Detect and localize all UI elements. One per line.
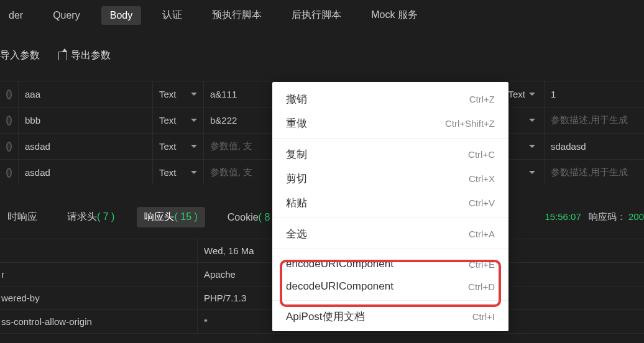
header-value: Apache	[198, 269, 236, 280]
export-icon	[58, 52, 67, 60]
menu-item[interactable]: decodeURIComponentCtrl+D	[272, 275, 508, 301]
type-label: Text	[159, 89, 177, 99]
param-description-placeholder[interactable]: 参数描述,用于生成	[551, 167, 628, 178]
param-description[interactable]: sdadasd	[551, 141, 586, 152]
param-enable-toggle[interactable]	[6, 89, 12, 99]
response-time: 15:56:07	[545, 211, 581, 223]
tab-body[interactable]: Body	[101, 6, 141, 25]
export-params-button[interactable]: 导出参数	[58, 49, 111, 62]
menu-item[interactable]: 剪切Ctrl+X	[272, 167, 508, 191]
param-name[interactable]: asdad	[25, 167, 50, 178]
tab-realtime-response[interactable]: 时响应	[0, 207, 45, 227]
header-value: *	[198, 316, 208, 327]
response-info: 15:56:07 响应码： 200	[545, 211, 644, 223]
menu-item-label: 重做	[286, 116, 307, 130]
chevron-down-icon	[191, 93, 197, 96]
menu-item[interactable]: ApiPost使用文档Ctrl+I	[272, 304, 508, 329]
menu-item-label: 撤销	[286, 92, 307, 106]
menu-item-shortcut: Ctrl+V	[469, 198, 495, 208]
menu-item-shortcut: Ctrl+X	[469, 173, 495, 184]
menu-item[interactable]: 全选Ctrl+A	[272, 222, 508, 249]
header-name: wered-by	[0, 286, 198, 309]
menu-item-label: 粘贴	[286, 196, 307, 210]
menu-item-shortcut: Ctrl+D	[468, 281, 495, 292]
response-code-label: 响应码：	[589, 211, 626, 222]
chevron-down-icon	[529, 93, 535, 96]
header-name	[0, 239, 198, 262]
request-tabs: der Query Body 认证 预执行脚本 后执行脚本 Mock 服务	[0, 0, 644, 30]
import-params-button[interactable]: 导入参数	[0, 49, 40, 62]
menu-item-label: ApiPost使用文档	[286, 309, 365, 324]
menu-item-shortcut: Ctrl+E	[469, 259, 495, 270]
chevron-down-icon	[191, 171, 197, 174]
tab-mock[interactable]: Mock 服务	[362, 5, 426, 25]
tab-post-script[interactable]: 后执行脚本	[283, 5, 350, 25]
param-type-select[interactable]: Text	[153, 107, 204, 133]
response-code: 200	[628, 211, 644, 222]
menu-item-label: 复制	[286, 147, 307, 162]
header-value: Wed, 16 Ma	[198, 245, 254, 256]
header-name: r	[0, 263, 198, 286]
tab-query[interactable]: Query	[44, 6, 89, 25]
param-actions: 导入参数 导出参数	[0, 30, 644, 81]
menu-item[interactable]: 重做Ctrl+Shift+Z	[272, 111, 508, 139]
tab-response-headers[interactable]: 响应头( 15 )	[137, 207, 205, 227]
menu-item-shortcut: Ctrl+Z	[469, 94, 495, 104]
res-headers-count: ( 15 )	[174, 211, 197, 222]
chevron-down-icon	[529, 145, 535, 148]
menu-item-label: 全选	[286, 227, 307, 241]
param-value[interactable]: b&222	[210, 115, 237, 126]
header-value: PHP/7.1.3	[198, 293, 246, 303]
req-headers-label: 请求头	[67, 211, 97, 222]
param-name[interactable]: bbb	[25, 115, 40, 126]
param-description[interactable]: 1	[551, 89, 556, 99]
param-name[interactable]: aaa	[25, 89, 40, 99]
param-enable-toggle[interactable]	[6, 116, 12, 126]
menu-item[interactable]: encodeURIComponentCtrl+E	[272, 253, 508, 275]
menu-item-shortcut: Ctrl+C	[468, 149, 495, 160]
param-value[interactable]: a&111	[210, 89, 237, 99]
menu-item[interactable]: 粘贴Ctrl+V	[272, 191, 508, 218]
tab-header[interactable]: der	[0, 6, 32, 25]
param-enable-toggle[interactable]	[6, 142, 12, 152]
param-name[interactable]: asdad	[25, 141, 50, 152]
context-menu: 撤销Ctrl+Z重做Ctrl+Shift+Z复制Ctrl+C剪切Ctrl+X粘贴…	[272, 82, 508, 331]
export-label: 导出参数	[71, 49, 111, 62]
res-headers-label: 响应头	[144, 211, 174, 222]
param-value-placeholder[interactable]: 参数值, 支	[210, 140, 252, 152]
menu-item[interactable]: 复制Ctrl+C	[272, 142, 508, 167]
menu-item-label: decodeURIComponent	[286, 280, 393, 293]
type-label: Text	[159, 141, 177, 152]
tab-request-headers[interactable]: 请求头( 7 )	[60, 207, 122, 227]
datatype-label: Text	[508, 89, 525, 99]
response-code-wrap: 响应码： 200	[589, 211, 644, 223]
param-type-select[interactable]: Text	[153, 134, 204, 159]
menu-item-shortcut: Ctrl+A	[469, 229, 495, 239]
param-value-placeholder[interactable]: 参数值, 支	[210, 167, 252, 178]
param-type-select[interactable]: Text	[153, 81, 204, 107]
param-enable-toggle[interactable]	[6, 168, 12, 178]
chevron-down-icon	[191, 119, 197, 122]
param-description-placeholder[interactable]: 参数描述,用于生成	[551, 114, 628, 126]
import-label: 导入参数	[0, 49, 40, 62]
cookie-label: Cookie	[228, 212, 259, 222]
tab-pre-script[interactable]: 预执行脚本	[203, 5, 270, 25]
tab-auth[interactable]: 认证	[154, 5, 191, 25]
type-label: Text	[159, 115, 177, 126]
chevron-down-icon	[529, 119, 535, 122]
menu-item[interactable]: 撤销Ctrl+Z	[272, 87, 508, 111]
menu-item-shortcut: Ctrl+Shift+Z	[445, 118, 495, 129]
req-headers-count: ( 7 )	[97, 211, 114, 222]
menu-item-shortcut: Ctrl+I	[472, 311, 495, 322]
menu-item-label: 剪切	[286, 172, 307, 186]
menu-item-label: encodeURIComponent	[286, 258, 393, 270]
chevron-down-icon	[529, 171, 535, 174]
chevron-down-icon	[191, 145, 197, 148]
param-type-select[interactable]: Text	[153, 160, 204, 185]
header-name: ss-control-allow-origin	[0, 310, 198, 333]
type-label: Text	[159, 167, 177, 178]
